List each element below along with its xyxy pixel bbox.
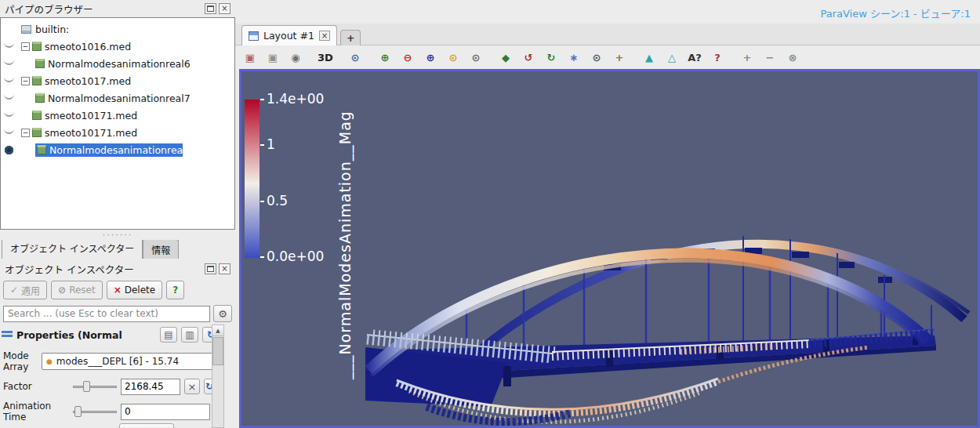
point-select-icon[interactable]: △	[663, 49, 681, 66]
eye-hidden-icon[interactable]	[4, 94, 14, 100]
subtract-selection-icon[interactable]: −	[761, 49, 779, 66]
record-camera-icon[interactable]: ◉	[287, 49, 304, 66]
tree-expander-icon[interactable]: −	[21, 77, 30, 85]
tab-object-inspector[interactable]: オブジェクト インスペクター	[2, 240, 143, 259]
mesh-cube-icon	[37, 145, 46, 154]
apply-icon: ✓	[10, 285, 18, 296]
pipeline-item-label[interactable]: Normalmodesanimationreal6	[48, 58, 191, 70]
tree-row[interactable]: − smeoto1017.med	[1, 72, 234, 89]
reset-value-icon[interactable]: ×	[184, 379, 200, 394]
help-button[interactable]: ?	[166, 281, 184, 299]
view-toolbar: ▣ ▣ ◉ 3D ⊙ ⊕ ⊖ ⊕ ⊙ ⊙ ◆ ↺ ↻ ∗ ⊙ + ▲ △ A? …	[241, 47, 801, 67]
selected-item-highlight[interactable]: Normalmodesanimationreal1	[35, 143, 183, 157]
zoom-to-box-icon[interactable]: ⊙	[347, 49, 364, 66]
save-screenshot-icon[interactable]: ▣	[241, 49, 259, 66]
isometric-view-icon[interactable]: ◆	[497, 49, 514, 66]
tree-row[interactable]: − smeoto10171.med	[1, 124, 234, 141]
tab-information[interactable]: 情報	[143, 240, 179, 259]
search-input[interactable]	[3, 306, 210, 322]
tree-row-builtin[interactable]: builtin:	[1, 20, 234, 38]
undock-panel-icon[interactable]	[205, 263, 216, 274]
search-options-gear-icon[interactable]: ⚙	[213, 305, 232, 322]
pipeline-item-label[interactable]: builtin:	[35, 24, 69, 35]
search-row: ⚙	[3, 304, 232, 323]
undock-panel-icon[interactable]	[205, 3, 216, 14]
view-plus-x-icon[interactable]: ⊕	[376, 49, 394, 66]
add-layout-tab[interactable]: +	[340, 30, 361, 45]
render-viewport[interactable]: 1.4e+00 1 0.5 0.0e+00 ___NormalModesAnim…	[239, 69, 980, 428]
hover-tooltip-icon[interactable]: ?	[709, 49, 726, 66]
tab-layout-1[interactable]: Layout #1 ×	[241, 25, 337, 45]
colorbar-tick-label: 1.4e+00	[267, 91, 324, 107]
close-panel-icon[interactable]: ×	[219, 263, 230, 274]
close-panel-icon[interactable]: ×	[219, 3, 230, 14]
capture-view-icon[interactable]: ▣	[264, 49, 281, 66]
eye-hidden-icon[interactable]	[4, 77, 14, 82]
mesh-cube-icon	[32, 111, 42, 120]
animation-time-slider[interactable]	[73, 405, 117, 418]
reset-center-icon[interactable]: ∗	[565, 49, 583, 66]
tree-row-selected[interactable]: Normalmodesanimationreal1	[1, 141, 234, 158]
rotate-cw-icon[interactable]: ↻	[543, 49, 560, 66]
eye-hidden-icon[interactable]	[4, 42, 14, 48]
properties-icon	[2, 331, 13, 339]
help-icon: ?	[172, 285, 178, 296]
animation-time-input[interactable]	[121, 404, 210, 420]
tree-expander-icon[interactable]: −	[21, 129, 30, 137]
pick-center-icon[interactable]: ⊙	[588, 49, 605, 66]
pipeline-item-label[interactable]: Normalmodesanimationreal7	[48, 92, 191, 104]
mode-array-combobox[interactable]: ● modes___DEPL [6] - 15.74	[42, 353, 220, 370]
add-selection-icon[interactable]: +	[739, 49, 756, 66]
pipeline-item-label[interactable]: smeoto10171.med	[45, 110, 137, 122]
colorbar-tick	[260, 201, 264, 202]
eye-hidden-icon[interactable]	[4, 111, 14, 117]
tree-expander-icon[interactable]: −	[21, 42, 30, 51]
server-icon	[21, 25, 31, 34]
toggle-2d-3d-icon[interactable]: 3D	[317, 49, 334, 66]
pipeline-item-label[interactable]: Normalmodesanimationreal1	[49, 144, 192, 156]
panel-splitter[interactable]: ·······	[0, 230, 235, 240]
factor-slider[interactable]	[73, 380, 117, 393]
eye-visible-icon[interactable]	[5, 146, 13, 154]
delete-button[interactable]: × Delete	[107, 281, 163, 299]
pipeline-browser-title: パイプのブラウザー	[5, 2, 205, 16]
eye-hidden-icon[interactable]	[4, 129, 14, 134]
close-layout-icon[interactable]: ×	[319, 31, 330, 41]
apply-button[interactable]: ✓ 適用	[3, 281, 47, 299]
colorbar-tick	[260, 144, 264, 146]
properties-header: Properties (Normal ▤ ▥ ↻	[2, 325, 235, 345]
inspector-titlebar: オブジェクト インスペクター ×	[0, 260, 235, 277]
reset-camera-icon[interactable]: ⊙	[467, 49, 485, 66]
view-plus-y-icon[interactable]: ⊕	[422, 49, 439, 66]
tree-row[interactable]: smeoto10171.med	[1, 107, 234, 124]
pipeline-item-label[interactable]: smeoto1016.med	[45, 41, 131, 53]
pipeline-item-label[interactable]: smeoto1017.med	[45, 75, 131, 87]
zoom-to-data-icon[interactable]: ⊙	[445, 49, 462, 66]
reset-button[interactable]: ⊘ Reset	[51, 281, 103, 299]
tree-row[interactable]: Normalmodesanimationreal7	[1, 89, 234, 107]
array-dot-icon: ●	[46, 357, 53, 365]
scrollbar-thumb[interactable]	[212, 337, 223, 365]
factor-input[interactable]	[121, 379, 180, 395]
view-minus-x-icon[interactable]: ⊖	[399, 49, 416, 66]
scroll-up-icon[interactable]: ▲	[212, 325, 223, 336]
properties-scrollbar[interactable]: ▲	[212, 325, 224, 428]
render-view-icon	[249, 31, 259, 41]
show-center-icon[interactable]: +	[611, 49, 628, 66]
tree-row[interactable]: − smeoto1016.med	[1, 38, 234, 55]
mesh-cube-icon	[35, 59, 45, 68]
tree-row[interactable]: Normalmodesanimationreal6	[1, 55, 234, 72]
mesh-cube-icon	[32, 128, 42, 137]
paste-properties-icon[interactable]: ▥	[181, 327, 198, 343]
clear-selection-icon[interactable]: ⊗	[784, 49, 801, 66]
eye-hidden-icon[interactable]	[4, 60, 14, 65]
mesh-cube-icon	[35, 93, 45, 103]
cell-select-icon[interactable]: ▲	[641, 49, 658, 66]
copy-properties-icon[interactable]: ▤	[160, 327, 177, 343]
rotate-ccw-icon[interactable]: ↺	[520, 49, 537, 66]
pipeline-item-label[interactable]: smeoto10171.med	[45, 127, 137, 139]
mode-array-row: Mode Array ● modes___DEPL [6] - 15.74	[3, 350, 234, 373]
colorbar-gradient[interactable]	[245, 100, 260, 258]
pipeline-tree: builtin: − smeoto1016.med Normalmodesani…	[0, 17, 235, 230]
interactive-select-icon[interactable]: A?	[686, 49, 703, 66]
